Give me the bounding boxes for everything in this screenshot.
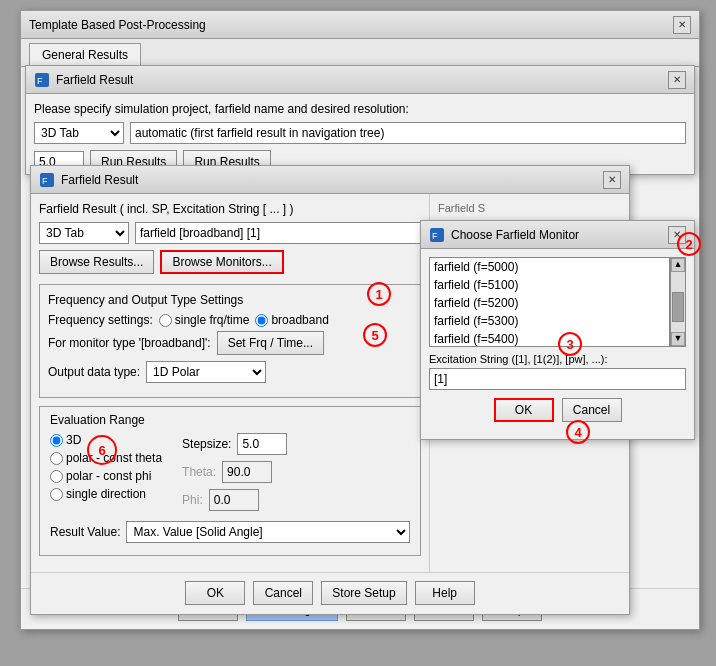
template-title-bar: Template Based Post-Processing ✕ — [21, 11, 699, 39]
general-results-tab[interactable]: General Results — [29, 43, 141, 67]
radio-polar-phi-label: polar - const phi — [66, 469, 151, 483]
radio-broadband-label: broadband — [271, 313, 328, 327]
stepsize-input[interactable] — [237, 433, 287, 455]
radio-polar-theta-label: polar - const theta — [66, 451, 162, 465]
set-freq-btn[interactable]: Set Frq / Time... — [217, 331, 324, 355]
farfield-mid-tab-select[interactable]: 3D Tab — [39, 222, 129, 244]
theta-input — [222, 461, 272, 483]
browse-results-btn[interactable]: Browse Results... — [39, 250, 154, 274]
stepsize-label: Stepsize: — [182, 437, 231, 451]
farfield-mid-title-bar: F Farfield Result ✕ — [31, 166, 629, 194]
farfield-top-close-btn[interactable]: ✕ — [668, 71, 686, 89]
theta-label: Theta: — [182, 465, 216, 479]
svg-text:F: F — [37, 76, 43, 86]
phi-input — [209, 489, 259, 511]
monitor-close-btn[interactable]: ✕ — [668, 226, 686, 244]
result-value-select[interactable]: Max. Value [Solid Angle] — [126, 521, 410, 543]
phi-label: Phi: — [182, 493, 203, 507]
list-item[interactable]: farfield (f=5400) — [430, 330, 669, 347]
browse-monitors-btn[interactable]: Browse Monitors... — [160, 250, 283, 274]
farfield-top-title-bar: F Farfield Result ✕ — [26, 66, 694, 94]
farfield-top-icon: F — [35, 73, 49, 87]
scrollbar-up-btn[interactable]: ▲ — [671, 258, 685, 272]
farfield-mid-store-btn[interactable]: Store Setup — [321, 581, 406, 605]
farfield-mid-icon: F — [40, 173, 54, 187]
farfield-top-title: Farfield Result — [56, 73, 133, 87]
scrollbar-down-btn[interactable]: ▼ — [671, 332, 685, 346]
radio-single-frq[interactable] — [159, 314, 172, 327]
list-item[interactable]: farfield (f=5100) — [430, 276, 669, 294]
template-title: Template Based Post-Processing — [29, 18, 206, 32]
farfield-monitor-window: F Choose Farfield Monitor ✕ farfield (f=… — [420, 220, 695, 440]
radio-3d[interactable] — [50, 434, 63, 447]
monitor-listbox[interactable]: farfield (f=5000) farfield (f=5100) farf… — [429, 257, 670, 347]
radio-single-dir-label: single direction — [66, 487, 146, 501]
farfield-mid-input[interactable] — [135, 222, 421, 244]
monitor-title-bar: F Choose Farfield Monitor ✕ — [421, 221, 694, 249]
farfield-incl-label: Farfield Result ( incl. SP, Excitation S… — [39, 202, 421, 216]
monitor-cancel-btn[interactable]: Cancel — [562, 398, 622, 422]
farfield-mid-ok-btn[interactable]: OK — [185, 581, 245, 605]
freq-settings-label: Frequency settings: — [48, 313, 153, 327]
farfield-mid-cancel-btn[interactable]: Cancel — [253, 581, 313, 605]
farfield-mid-close-btn[interactable]: ✕ — [603, 171, 621, 189]
farfield-top-window: F Farfield Result ✕ Please specify simul… — [25, 65, 695, 175]
excitation-input[interactable] — [429, 368, 686, 390]
radio-3d-label: 3D — [66, 433, 81, 447]
radio-single-label: single frq/time — [175, 313, 250, 327]
farfield-top-input[interactable] — [130, 122, 686, 144]
radio-broadband[interactable] — [255, 314, 268, 327]
list-item[interactable]: farfield (f=5000) — [430, 258, 669, 276]
svg-text:F: F — [42, 176, 48, 186]
monitor-ok-btn[interactable]: OK — [494, 398, 554, 422]
svg-text:F: F — [432, 231, 438, 241]
output-data-label: Output data type: — [48, 365, 140, 379]
eval-range-title: Evaluation Range — [50, 413, 410, 427]
monitor-icon: F — [430, 228, 444, 242]
farfield-mid-help-btn[interactable]: Help — [415, 581, 475, 605]
freq-section-title: Frequency and Output Type Settings — [48, 293, 412, 307]
output-data-select[interactable]: 1D Polar — [146, 361, 266, 383]
radio-polar-phi[interactable] — [50, 470, 63, 483]
excitation-label: Excitation String ([1], [1(2)], [pw], ..… — [429, 353, 686, 365]
monitor-type-label: For monitor type '[broadband]': — [48, 336, 211, 350]
farfield-mid-title: Farfield Result — [61, 173, 138, 187]
radio-single-dir[interactable] — [50, 488, 63, 501]
result-value-label: Result Value: — [50, 525, 120, 539]
scrollbar-thumb[interactable] — [672, 292, 684, 322]
farfield-top-tab-select[interactable]: 3D Tab — [34, 122, 124, 144]
list-item[interactable]: farfield (f=5300) — [430, 312, 669, 330]
template-close-btn[interactable]: ✕ — [673, 16, 691, 34]
farfield-s-label: Farfield S — [438, 202, 621, 214]
farfield-top-desc: Please specify simulation project, farfi… — [34, 102, 686, 116]
radio-polar-theta[interactable] — [50, 452, 63, 465]
list-item[interactable]: farfield (f=5200) — [430, 294, 669, 312]
monitor-title: Choose Farfield Monitor — [451, 228, 579, 242]
